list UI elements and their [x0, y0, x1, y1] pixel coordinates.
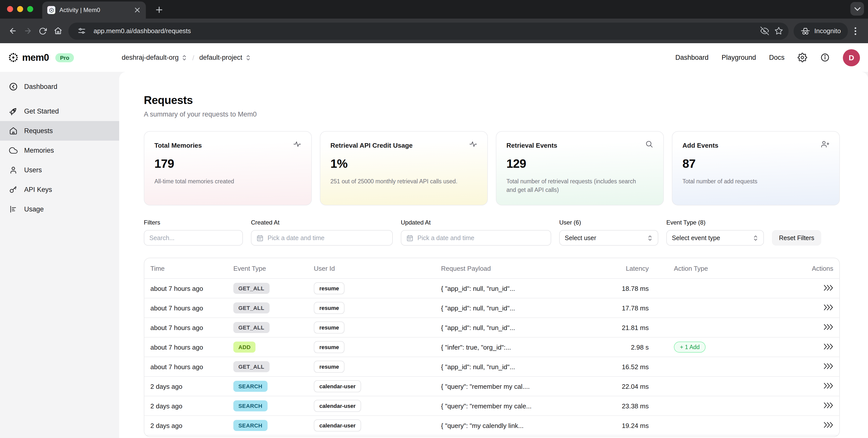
user-id-badge: calendar-user [314, 400, 361, 412]
minimize-window-button[interactable] [17, 6, 23, 12]
tab-search-button[interactable] [850, 2, 864, 15]
row-actions-button[interactable] [823, 324, 833, 330]
new-tab-button[interactable] [153, 3, 165, 15]
row-actions-button[interactable] [823, 284, 833, 291]
breadcrumb: deshraj-default-org / default-project [122, 54, 251, 62]
row-actions-button[interactable] [823, 343, 833, 349]
page-title: Requests [144, 94, 868, 107]
org-selector[interactable]: deshraj-default-org [122, 54, 187, 62]
updated-at-placeholder: Pick a date and time [417, 234, 474, 241]
bookmark-star-icon[interactable] [771, 24, 785, 38]
event-type-select-value: Select event type [672, 234, 720, 241]
incognito-label: Incognito [814, 27, 841, 35]
reset-filters-button[interactable]: Reset Filters [772, 230, 821, 246]
project-name: default-project [199, 54, 242, 61]
event-type-badge: GET_ALL [234, 322, 269, 333]
chevron-up-down-icon [753, 234, 758, 242]
updated-at-picker[interactable]: Pick a date and time [401, 230, 551, 246]
sidebar-item-usage[interactable]: Usage [0, 199, 119, 219]
event-type-badge: SEARCH [234, 381, 267, 392]
header-nav: DashboardPlaygroundDocs D [675, 49, 860, 66]
row-actions-button[interactable] [823, 402, 833, 408]
user-id-badge: calendar-user [314, 380, 361, 392]
row-actions-button[interactable] [823, 422, 833, 428]
back-circle-icon [9, 82, 18, 91]
activity-icon [469, 140, 477, 150]
stat-card-title: Retrieval API Credit Usage [331, 141, 413, 149]
browser-tabstrip: Activity | Mem0 [0, 0, 868, 19]
settings-gear-icon[interactable] [798, 53, 807, 62]
browser-toolbar: app.mem0.ai/dashboard/requests Incognito [0, 19, 868, 43]
sidebar-item-label: API Keys [24, 186, 52, 193]
cell-time: 2 days ago [150, 382, 234, 390]
activity-icon [293, 140, 301, 150]
sidebar-item-users[interactable]: Users [0, 160, 119, 180]
row-actions-button[interactable] [823, 382, 833, 389]
created-at-picker[interactable]: Pick a date and time [251, 230, 393, 246]
org-name: deshraj-default-org [122, 54, 179, 61]
row-actions-button[interactable] [823, 304, 833, 310]
browser-menu-icon[interactable] [848, 23, 863, 38]
table-row: about 7 hours ago ADD resume { "infer": … [144, 337, 839, 357]
event-type-badge: GET_ALL [234, 361, 269, 372]
project-selector[interactable]: default-project [199, 54, 251, 62]
cloud-icon [9, 146, 18, 155]
info-icon[interactable] [820, 53, 830, 62]
url-text[interactable]: app.mem0.ai/dashboard/requests [94, 27, 757, 35]
nav-link-dashboard[interactable]: Dashboard [675, 54, 709, 61]
sidebar-item-label: Dashboard [24, 83, 57, 91]
event-type-badge: GET_ALL [234, 302, 269, 313]
url-bar[interactable]: app.mem0.ai/dashboard/requests [68, 22, 788, 39]
browser-tab[interactable]: Activity | Mem0 [42, 1, 146, 19]
calendar-icon [406, 234, 413, 241]
site-settings-icon[interactable] [74, 24, 89, 38]
table-row: about 7 hours ago GET_ALL resume { "app_… [144, 298, 839, 317]
key-icon [9, 186, 18, 194]
sidebar-item-requests[interactable]: Requests [0, 121, 119, 141]
filters-label: Filters [144, 219, 243, 226]
user-id-badge: resume [314, 341, 344, 353]
chevron-up-down-icon [182, 54, 187, 62]
cell-time: about 7 hours ago [150, 324, 234, 331]
user-select[interactable]: Select user [559, 230, 658, 246]
nav-link-playground[interactable]: Playground [722, 54, 756, 61]
chevron-up-down-icon [245, 54, 251, 62]
stat-card-description: 251 out of 25000 monthly retrieval API c… [331, 177, 477, 186]
sidebar-item-dashboard[interactable]: Dashboard [0, 77, 119, 96]
requests-table: Time Event Type User Id Request Payload … [144, 258, 840, 437]
column-header-latency: Latency [598, 265, 649, 272]
event-type-badge: GET_ALL [234, 283, 269, 294]
maximize-window-button[interactable] [27, 6, 33, 12]
sidebar-item-api-keys[interactable]: API Keys [0, 180, 119, 199]
reload-icon[interactable] [35, 23, 50, 38]
forward-icon[interactable] [20, 23, 35, 38]
mem0-logo-icon [8, 52, 19, 63]
sidebar-item-label: Get Started [24, 107, 59, 115]
row-actions-button[interactable] [823, 363, 833, 369]
eye-off-icon[interactable] [757, 24, 771, 38]
tab-close-icon[interactable] [133, 5, 142, 14]
stat-card-title: Add Events [682, 141, 718, 149]
event-type-filter-label: Event Type (8) [666, 219, 764, 226]
plan-badge: Pro [56, 53, 74, 62]
user-id-badge: resume [314, 282, 344, 294]
column-header-actions: Actions [765, 265, 833, 272]
home-icon[interactable] [50, 23, 65, 38]
event-type-select[interactable]: Select event type [666, 230, 764, 246]
stat-card-description: Total number of add requests [682, 177, 829, 186]
user-id-badge: resume [314, 361, 344, 373]
window-controls [7, 6, 33, 12]
mem0-logo[interactable]: mem0 Pro [8, 52, 74, 63]
user-avatar[interactable]: D [843, 49, 860, 66]
sidebar: DashboardGet StartedRequestsMemoriesUser… [0, 72, 119, 438]
nav-link-docs[interactable]: Docs [769, 54, 784, 61]
sidebar-item-memories[interactable]: Memories [0, 141, 119, 160]
cell-action-type: + 1 Add [649, 342, 765, 352]
user-plus-icon [821, 140, 829, 150]
cell-latency: 16.52 ms [598, 363, 649, 370]
close-window-button[interactable] [7, 6, 13, 12]
sidebar-item-label: Requests [24, 127, 53, 135]
sidebar-item-get-started[interactable]: Get Started [0, 101, 119, 121]
back-icon[interactable] [5, 23, 20, 38]
search-input[interactable] [144, 230, 243, 246]
